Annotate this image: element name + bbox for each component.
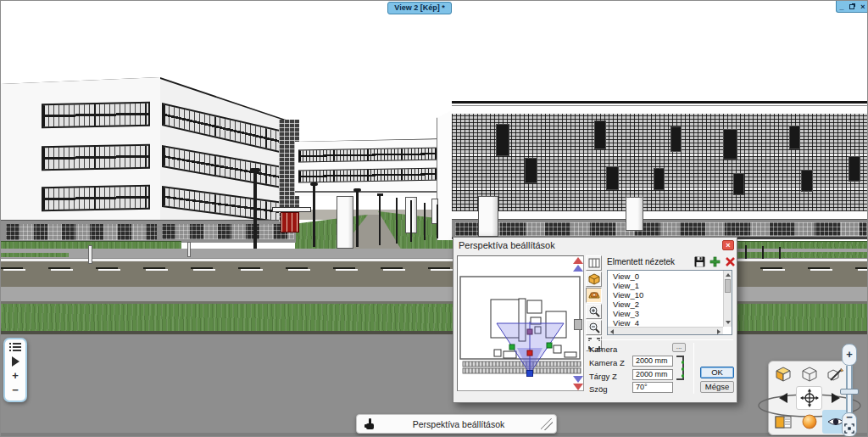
roof-edge bbox=[295, 137, 453, 142]
restore-button[interactable] bbox=[849, 4, 854, 9]
roof-edge bbox=[452, 101, 868, 104]
list-item[interactable]: View_3 bbox=[609, 309, 722, 318]
dialog-close-button[interactable]: × bbox=[722, 240, 734, 250]
scroll-up-icon[interactable] bbox=[726, 273, 731, 277]
scroll-right-icon[interactable] bbox=[717, 329, 721, 334]
elevation-slider-handle[interactable] bbox=[574, 319, 582, 330]
list-icon bbox=[9, 342, 21, 352]
zoom-in-button[interactable]: + bbox=[842, 344, 857, 366]
add-view-button[interactable] bbox=[709, 255, 721, 267]
minimize-button[interactable]: _ bbox=[839, 4, 843, 9]
right-building-corner bbox=[437, 109, 453, 240]
building-base bbox=[160, 220, 296, 243]
horizontal-scrollbar[interactable] bbox=[608, 327, 723, 334]
plan-preview[interactable] bbox=[457, 255, 584, 391]
window-band bbox=[162, 103, 281, 153]
list-item[interactable]: View_0 bbox=[609, 272, 722, 281]
column bbox=[626, 197, 643, 231]
angle-field[interactable]: 70° bbox=[632, 382, 673, 393]
street-lamp-head bbox=[377, 193, 383, 196]
cone-edge-handle[interactable] bbox=[547, 343, 552, 348]
roof-edge bbox=[1, 74, 160, 84]
scroll-down-icon[interactable] bbox=[726, 321, 731, 324]
cutaway-button[interactable] bbox=[770, 410, 796, 434]
link-z-values-bracket[interactable] bbox=[676, 356, 684, 380]
solid-cube-icon bbox=[775, 367, 792, 383]
plus-icon: + bbox=[846, 348, 853, 361]
rotate-left-button[interactable] bbox=[770, 386, 796, 410]
base-windows bbox=[455, 222, 867, 236]
angle-label: Szög bbox=[589, 384, 608, 394]
delete-view-button[interactable] bbox=[724, 255, 737, 267]
zoom-in-tool-button[interactable] bbox=[586, 304, 602, 319]
view-tab[interactable]: View 2 [Kép] * bbox=[387, 2, 452, 14]
scroll-thumb[interactable] bbox=[725, 279, 731, 293]
perspective-camera-button[interactable] bbox=[586, 288, 602, 303]
play-button[interactable] bbox=[5, 354, 25, 368]
zoom-in-button[interactable]: + bbox=[5, 368, 25, 383]
building-base bbox=[452, 219, 868, 237]
window-band bbox=[162, 145, 281, 188]
3d-viewport[interactable] bbox=[1, 1, 868, 437]
parallel-projection-button[interactable] bbox=[586, 255, 602, 271]
list-item[interactable]: View_2 bbox=[609, 300, 722, 309]
window-band bbox=[42, 102, 150, 129]
post bbox=[779, 247, 781, 259]
separator bbox=[693, 343, 694, 394]
camera-z-field[interactable]: 2000 mm bbox=[632, 356, 673, 367]
post bbox=[762, 246, 764, 259]
solid-view-button[interactable] bbox=[770, 362, 796, 386]
slider-track[interactable] bbox=[846, 366, 853, 389]
camera-target-handle[interactable] bbox=[527, 329, 532, 334]
elevation-down-red-arrow[interactable] bbox=[573, 384, 583, 390]
target-z-label: Tárgy Z bbox=[589, 372, 617, 381]
window-band bbox=[42, 185, 150, 212]
zoom-out-button[interactable]: − bbox=[843, 413, 856, 422]
saved-views-list[interactable]: View_0 View_1 View_10 View_2 View_3 View… bbox=[607, 270, 732, 335]
target-z-field[interactable]: 2000 mm bbox=[632, 369, 673, 380]
close-button[interactable]: × bbox=[860, 3, 865, 11]
list-button[interactable] bbox=[5, 339, 25, 354]
axonometry-button[interactable] bbox=[586, 272, 602, 287]
saved-views-items: View_0 View_1 View_10 View_2 View_3 View… bbox=[609, 272, 722, 326]
list-item[interactable]: View_1 bbox=[609, 281, 722, 290]
dialog-title: Perspektíva beállítások bbox=[459, 240, 555, 250]
plus-icon: + bbox=[12, 369, 19, 382]
elevation-down-blue-arrow[interactable] bbox=[573, 376, 583, 383]
list-item[interactable]: View_10 bbox=[609, 290, 722, 300]
wireframe-view-button[interactable] bbox=[796, 362, 822, 386]
plan-road bbox=[463, 368, 581, 373]
list-item[interactable]: View_4 bbox=[609, 318, 722, 326]
orbit-button[interactable] bbox=[796, 386, 822, 410]
elevation-up-red-arrow[interactable] bbox=[573, 257, 583, 264]
save-view-button[interactable] bbox=[693, 255, 706, 267]
zoom-out-tool-button[interactable] bbox=[586, 320, 602, 335]
wireframe-cube-icon bbox=[801, 367, 818, 383]
column bbox=[337, 196, 353, 249]
fit-to-window-icon[interactable] bbox=[844, 423, 854, 434]
bollard bbox=[88, 245, 92, 264]
slider-track[interactable] bbox=[846, 395, 853, 412]
street-lamp bbox=[253, 169, 257, 249]
camera-position-handle[interactable] bbox=[527, 371, 533, 377]
ok-button[interactable]: OK bbox=[700, 367, 734, 378]
camera-browse-button[interactable]: ... bbox=[672, 343, 686, 352]
elevation-up-blue-arrow[interactable] bbox=[573, 265, 583, 272]
street-lamp-head bbox=[353, 188, 361, 192]
camera-red-handle[interactable] bbox=[527, 350, 532, 356]
shaded-sphere-icon bbox=[801, 413, 818, 430]
street-lamp bbox=[356, 189, 359, 247]
zoom-out-button[interactable]: − bbox=[5, 383, 25, 397]
street-lamp-head bbox=[250, 168, 260, 172]
bollard bbox=[187, 242, 191, 257]
delete-icon bbox=[725, 256, 736, 267]
window-controls: _ × bbox=[836, 1, 868, 13]
cancel-button[interactable]: Mégse bbox=[700, 381, 734, 393]
shading-button[interactable] bbox=[796, 410, 822, 434]
resize-grip[interactable] bbox=[541, 418, 553, 430]
slider-handle[interactable] bbox=[840, 389, 859, 395]
hand-pointer-icon bbox=[363, 417, 376, 431]
scroll-left-icon[interactable] bbox=[610, 329, 614, 334]
cone-edge-handle[interactable] bbox=[509, 345, 515, 350]
vertical-scrollbar[interactable] bbox=[723, 271, 732, 327]
